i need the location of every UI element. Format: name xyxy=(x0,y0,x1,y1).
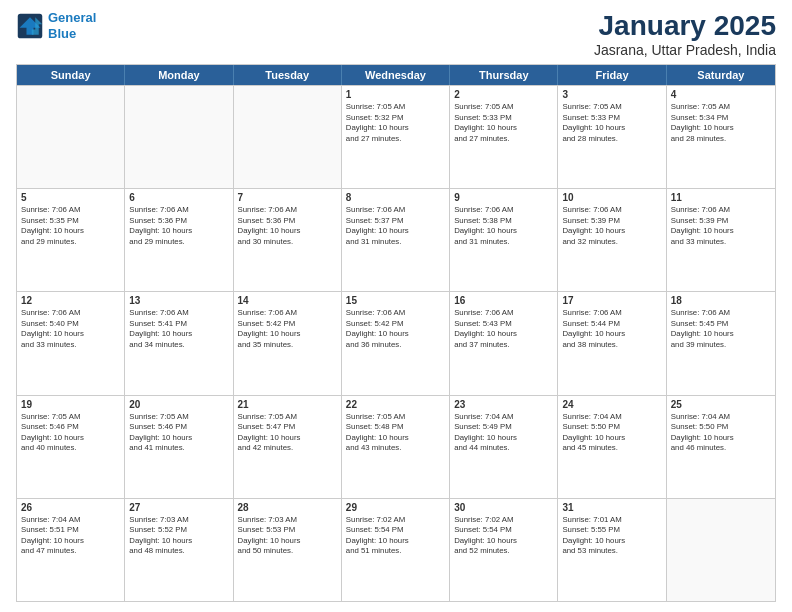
weekday-header: Wednesday xyxy=(342,65,450,85)
calendar-day: 22Sunrise: 7:05 AM Sunset: 5:48 PM Dayli… xyxy=(342,396,450,498)
day-number: 14 xyxy=(238,295,337,306)
day-number: 20 xyxy=(129,399,228,410)
day-number: 5 xyxy=(21,192,120,203)
day-info: Sunrise: 7:06 AM Sunset: 5:41 PM Dayligh… xyxy=(129,308,228,350)
day-info: Sunrise: 7:05 AM Sunset: 5:46 PM Dayligh… xyxy=(21,412,120,454)
day-number: 8 xyxy=(346,192,445,203)
calendar-day: 21Sunrise: 7:05 AM Sunset: 5:47 PM Dayli… xyxy=(234,396,342,498)
calendar-week: 19Sunrise: 7:05 AM Sunset: 5:46 PM Dayli… xyxy=(17,395,775,498)
calendar-day: 29Sunrise: 7:02 AM Sunset: 5:54 PM Dayli… xyxy=(342,499,450,601)
day-info: Sunrise: 7:04 AM Sunset: 5:50 PM Dayligh… xyxy=(562,412,661,454)
day-number: 31 xyxy=(562,502,661,513)
empty-cell xyxy=(17,86,125,188)
calendar-body: 1Sunrise: 7:05 AM Sunset: 5:32 PM Daylig… xyxy=(17,85,775,601)
weekday-header: Monday xyxy=(125,65,233,85)
weekday-header: Sunday xyxy=(17,65,125,85)
calendar-day: 5Sunrise: 7:06 AM Sunset: 5:35 PM Daylig… xyxy=(17,189,125,291)
header: General Blue January 2025 Jasrana, Uttar… xyxy=(16,10,776,58)
day-info: Sunrise: 7:05 AM Sunset: 5:33 PM Dayligh… xyxy=(454,102,553,144)
calendar-week: 12Sunrise: 7:06 AM Sunset: 5:40 PM Dayli… xyxy=(17,291,775,394)
day-number: 19 xyxy=(21,399,120,410)
day-info: Sunrise: 7:03 AM Sunset: 5:52 PM Dayligh… xyxy=(129,515,228,557)
calendar-day: 15Sunrise: 7:06 AM Sunset: 5:42 PM Dayli… xyxy=(342,292,450,394)
calendar-day: 31Sunrise: 7:01 AM Sunset: 5:55 PM Dayli… xyxy=(558,499,666,601)
day-number: 29 xyxy=(346,502,445,513)
day-number: 6 xyxy=(129,192,228,203)
calendar-day: 3Sunrise: 7:05 AM Sunset: 5:33 PM Daylig… xyxy=(558,86,666,188)
day-info: Sunrise: 7:02 AM Sunset: 5:54 PM Dayligh… xyxy=(346,515,445,557)
day-info: Sunrise: 7:06 AM Sunset: 5:44 PM Dayligh… xyxy=(562,308,661,350)
calendar-day: 9Sunrise: 7:06 AM Sunset: 5:38 PM Daylig… xyxy=(450,189,558,291)
calendar-day: 25Sunrise: 7:04 AM Sunset: 5:50 PM Dayli… xyxy=(667,396,775,498)
calendar-day: 18Sunrise: 7:06 AM Sunset: 5:45 PM Dayli… xyxy=(667,292,775,394)
logo-text: General Blue xyxy=(48,10,96,41)
day-info: Sunrise: 7:05 AM Sunset: 5:48 PM Dayligh… xyxy=(346,412,445,454)
day-info: Sunrise: 7:04 AM Sunset: 5:49 PM Dayligh… xyxy=(454,412,553,454)
day-number: 3 xyxy=(562,89,661,100)
day-number: 9 xyxy=(454,192,553,203)
day-number: 17 xyxy=(562,295,661,306)
day-info: Sunrise: 7:06 AM Sunset: 5:42 PM Dayligh… xyxy=(346,308,445,350)
page: General Blue January 2025 Jasrana, Uttar… xyxy=(0,0,792,612)
calendar-day: 28Sunrise: 7:03 AM Sunset: 5:53 PM Dayli… xyxy=(234,499,342,601)
calendar-day: 24Sunrise: 7:04 AM Sunset: 5:50 PM Dayli… xyxy=(558,396,666,498)
calendar-day: 13Sunrise: 7:06 AM Sunset: 5:41 PM Dayli… xyxy=(125,292,233,394)
day-info: Sunrise: 7:05 AM Sunset: 5:32 PM Dayligh… xyxy=(346,102,445,144)
day-number: 30 xyxy=(454,502,553,513)
calendar-day: 10Sunrise: 7:06 AM Sunset: 5:39 PM Dayli… xyxy=(558,189,666,291)
day-info: Sunrise: 7:06 AM Sunset: 5:39 PM Dayligh… xyxy=(671,205,771,247)
day-info: Sunrise: 7:06 AM Sunset: 5:40 PM Dayligh… xyxy=(21,308,120,350)
calendar-day: 27Sunrise: 7:03 AM Sunset: 5:52 PM Dayli… xyxy=(125,499,233,601)
day-info: Sunrise: 7:01 AM Sunset: 5:55 PM Dayligh… xyxy=(562,515,661,557)
day-info: Sunrise: 7:02 AM Sunset: 5:54 PM Dayligh… xyxy=(454,515,553,557)
day-number: 27 xyxy=(129,502,228,513)
day-number: 12 xyxy=(21,295,120,306)
day-info: Sunrise: 7:06 AM Sunset: 5:39 PM Dayligh… xyxy=(562,205,661,247)
weekday-header: Tuesday xyxy=(234,65,342,85)
day-info: Sunrise: 7:06 AM Sunset: 5:37 PM Dayligh… xyxy=(346,205,445,247)
day-number: 26 xyxy=(21,502,120,513)
day-number: 21 xyxy=(238,399,337,410)
day-info: Sunrise: 7:06 AM Sunset: 5:43 PM Dayligh… xyxy=(454,308,553,350)
day-info: Sunrise: 7:06 AM Sunset: 5:36 PM Dayligh… xyxy=(129,205,228,247)
day-info: Sunrise: 7:04 AM Sunset: 5:50 PM Dayligh… xyxy=(671,412,771,454)
calendar-day: 26Sunrise: 7:04 AM Sunset: 5:51 PM Dayli… xyxy=(17,499,125,601)
day-number: 7 xyxy=(238,192,337,203)
calendar-title: January 2025 xyxy=(594,10,776,42)
empty-cell xyxy=(667,499,775,601)
logo-general: General xyxy=(48,10,96,25)
day-info: Sunrise: 7:06 AM Sunset: 5:35 PM Dayligh… xyxy=(21,205,120,247)
calendar-day: 20Sunrise: 7:05 AM Sunset: 5:46 PM Dayli… xyxy=(125,396,233,498)
day-info: Sunrise: 7:05 AM Sunset: 5:33 PM Dayligh… xyxy=(562,102,661,144)
day-number: 16 xyxy=(454,295,553,306)
day-number: 22 xyxy=(346,399,445,410)
day-info: Sunrise: 7:04 AM Sunset: 5:51 PM Dayligh… xyxy=(21,515,120,557)
day-number: 24 xyxy=(562,399,661,410)
calendar-day: 12Sunrise: 7:06 AM Sunset: 5:40 PM Dayli… xyxy=(17,292,125,394)
calendar-day: 14Sunrise: 7:06 AM Sunset: 5:42 PM Dayli… xyxy=(234,292,342,394)
day-number: 1 xyxy=(346,89,445,100)
day-number: 10 xyxy=(562,192,661,203)
day-number: 25 xyxy=(671,399,771,410)
calendar-week: 26Sunrise: 7:04 AM Sunset: 5:51 PM Dayli… xyxy=(17,498,775,601)
day-number: 13 xyxy=(129,295,228,306)
logo-blue: Blue xyxy=(48,26,76,41)
calendar-day: 19Sunrise: 7:05 AM Sunset: 5:46 PM Dayli… xyxy=(17,396,125,498)
day-number: 28 xyxy=(238,502,337,513)
calendar-day: 6Sunrise: 7:06 AM Sunset: 5:36 PM Daylig… xyxy=(125,189,233,291)
day-info: Sunrise: 7:06 AM Sunset: 5:42 PM Dayligh… xyxy=(238,308,337,350)
day-number: 2 xyxy=(454,89,553,100)
day-info: Sunrise: 7:06 AM Sunset: 5:36 PM Dayligh… xyxy=(238,205,337,247)
calendar-day: 23Sunrise: 7:04 AM Sunset: 5:49 PM Dayli… xyxy=(450,396,558,498)
day-number: 23 xyxy=(454,399,553,410)
day-info: Sunrise: 7:05 AM Sunset: 5:46 PM Dayligh… xyxy=(129,412,228,454)
calendar-day: 8Sunrise: 7:06 AM Sunset: 5:37 PM Daylig… xyxy=(342,189,450,291)
calendar-day: 2Sunrise: 7:05 AM Sunset: 5:33 PM Daylig… xyxy=(450,86,558,188)
calendar-day: 30Sunrise: 7:02 AM Sunset: 5:54 PM Dayli… xyxy=(450,499,558,601)
day-info: Sunrise: 7:05 AM Sunset: 5:47 PM Dayligh… xyxy=(238,412,337,454)
title-block: January 2025 Jasrana, Uttar Pradesh, Ind… xyxy=(594,10,776,58)
calendar-week: 1Sunrise: 7:05 AM Sunset: 5:32 PM Daylig… xyxy=(17,85,775,188)
calendar-day: 1Sunrise: 7:05 AM Sunset: 5:32 PM Daylig… xyxy=(342,86,450,188)
day-info: Sunrise: 7:06 AM Sunset: 5:38 PM Dayligh… xyxy=(454,205,553,247)
weekday-header: Thursday xyxy=(450,65,558,85)
